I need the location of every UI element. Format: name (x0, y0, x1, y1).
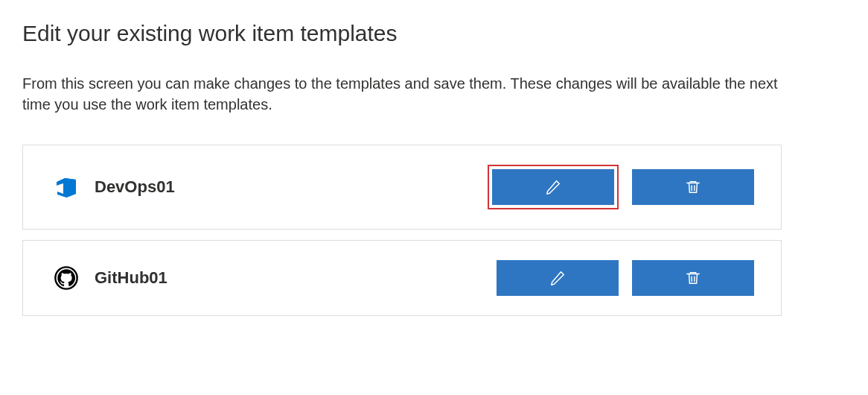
template-left: GitHub01 (54, 266, 167, 290)
template-name: GitHub01 (95, 268, 167, 288)
github-icon (54, 266, 78, 290)
trash-icon (685, 179, 701, 195)
template-left: DevOps01 (54, 175, 175, 199)
page-description: From this screen you can make changes to… (22, 73, 782, 115)
edit-button[interactable] (497, 260, 619, 296)
azure-devops-icon (54, 175, 78, 199)
template-list: DevOps01 (22, 145, 782, 316)
template-actions (497, 260, 754, 296)
delete-button[interactable] (632, 260, 754, 296)
edit-button[interactable] (492, 169, 614, 205)
template-actions (488, 165, 754, 209)
pencil-icon (545, 179, 561, 195)
template-row: DevOps01 (22, 145, 782, 230)
trash-icon (685, 270, 701, 286)
template-name: DevOps01 (95, 177, 175, 197)
template-row: GitHub01 (22, 240, 782, 316)
pencil-icon (549, 270, 566, 286)
page-title: Edit your existing work item templates (22, 21, 846, 46)
edit-highlight-frame (488, 165, 619, 209)
delete-button[interactable] (632, 169, 754, 205)
